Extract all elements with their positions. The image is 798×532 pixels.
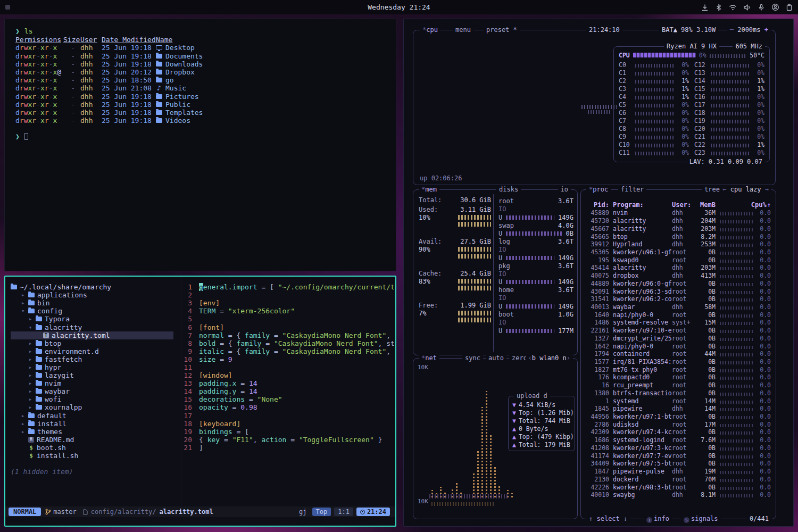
disks-title[interactable]: disks <box>496 186 521 194</box>
mic-icon[interactable] <box>758 4 765 11</box>
editor-line[interactable]: 1general.import = [ "~/.config/omarchy/c… <box>182 283 395 291</box>
process-row[interactable]: 40010swaybgdhh8.1M0.0 <box>586 491 771 499</box>
process-row[interactable]: 1642napi/phy0-0root0B0.0 <box>586 342 771 350</box>
mem-box-title[interactable]: *mem <box>419 186 439 194</box>
process-row[interactable]: 45305kworker/u96:1-gfroot0B0.0 <box>586 248 771 256</box>
process-row[interactable]: 45414alacrittydhh203M0.0 <box>586 264 771 272</box>
process-row[interactable]: 1577irq/81-PIXA3854:root0B0.0 <box>586 358 771 366</box>
tree-dir-wofi[interactable]: ▸wofi <box>11 395 181 403</box>
tree-dir-install[interactable]: ▸install <box>11 420 181 428</box>
tree-dir-fastfetch[interactable]: ▸fastfetch <box>11 355 181 363</box>
editor-line[interactable]: 20{ key = "F11", action = "ToggleFullscr… <box>182 436 395 444</box>
process-row[interactable]: 45667alacrittydhh203M0.0 <box>586 225 771 232</box>
editor-line[interactable]: 9italic = { family = "CaskaydiaMono Nerd… <box>182 347 395 355</box>
editor-line[interactable]: 5 <box>182 315 395 323</box>
process-row[interactable]: 2786udisksdroot17M0.0 <box>586 420 771 428</box>
volume-icon[interactable] <box>743 4 751 11</box>
tree-dir-btop[interactable]: ▸btop <box>11 339 181 347</box>
process-row[interactable]: 31541kworker/u96:2-coroot0B0.0 <box>586 295 771 303</box>
user-icon[interactable] <box>771 3 779 11</box>
process-row[interactable]: 45730alacrittydhh204M0.0 <box>586 217 771 225</box>
editor-line[interactable]: 21] <box>182 444 395 452</box>
process-row[interactable]: 42226kworker/u98:3-btroot0B0.0 <box>586 483 771 491</box>
process-row[interactable]: 1845pipewiredhh14M0.0 <box>586 405 771 413</box>
process-row[interactable]: 41208kworker/u97:3-kcroot0B0.0 <box>586 444 771 452</box>
editor-line[interactable]: 12[window] <box>182 371 395 379</box>
process-row[interactable]: 40075dropboxdhh413M0.0 <box>586 272 771 280</box>
tree-dir-applications[interactable]: ▸applications <box>11 291 181 299</box>
editor-line[interactable]: 8bold = { family = "CaskaydiaMono Nerd F… <box>182 339 395 347</box>
editor-line[interactable]: 16opacity = 0.98 <box>182 403 395 411</box>
tree-dir-default[interactable]: ▸default <box>11 412 181 420</box>
process-table-header[interactable]: Pid:Program:User:MemBCpu%↑ <box>586 201 771 209</box>
editor-line[interactable]: 18[keyboard] <box>182 420 395 428</box>
editor-line[interactable]: 3[env] <box>182 299 395 307</box>
process-row[interactable]: 16rcu_preemptroot0B0.0 <box>586 381 771 389</box>
process-row[interactable]: 1640napi/phy0-0root0B0.0 <box>586 311 771 319</box>
process-row[interactable]: 34409kworker/u97:5-btroot0B0.0 <box>586 460 771 468</box>
io-toggle[interactable]: io <box>558 186 571 194</box>
net-sync-toggle[interactable]: sync <box>462 354 483 362</box>
process-row[interactable]: 45665btopdhh8.2M0.0 <box>586 232 771 240</box>
tree-root[interactable]: ~/.local/share/omarchy <box>11 283 181 291</box>
tree-dir-xournalpp[interactable]: ▸xournalpp <box>11 403 181 411</box>
git-branch[interactable]: master <box>45 508 76 516</box>
sort-selector[interactable]: ← cpu lazy → <box>720 186 771 194</box>
tree-dir-Typora[interactable]: ▸Typora <box>11 315 181 323</box>
preset-button[interactable]: preset * <box>484 26 520 34</box>
editor-line[interactable]: 17 <box>182 412 395 420</box>
process-row[interactable]: 1847pipewire-pulsedhh19M0.0 <box>586 468 771 476</box>
process-row[interactable]: 176kcompactd0root0B0.0 <box>586 373 771 381</box>
tree-dir-nvim[interactable]: ▸nvim <box>11 379 181 387</box>
process-row[interactable]: 44956kworker/u97:1-btroot0B0.0 <box>586 413 771 421</box>
refresh-rate[interactable]: ─ 2000ms + <box>727 26 771 34</box>
tree-file-alacritty.toml[interactable]: Talacritty.toml <box>11 331 173 339</box>
process-row[interactable]: 22161kworker/u97:10-eroot0B0.0 <box>586 327 771 335</box>
editor-line[interactable]: 4TERM = "xterm-256color" <box>182 307 395 315</box>
process-row[interactable]: 41174kworker/u97:7-evroot0B0.0 <box>586 452 771 460</box>
editor-line[interactable]: 7normal = { family = "CaskaydiaMono Nerd… <box>182 331 395 339</box>
bluetooth-icon[interactable] <box>715 4 722 11</box>
cpu-box-title[interactable]: *cpu <box>420 26 440 34</box>
updates-icon[interactable] <box>701 4 709 11</box>
tree-dir-bin[interactable]: ▸bin <box>11 299 181 307</box>
menu-button[interactable]: menu <box>453 26 473 34</box>
tree-dir-alacritty[interactable]: ▾alacritty <box>11 323 181 331</box>
process-row[interactable]: 40013waybardhh58M0.0 <box>586 303 771 311</box>
editor-line[interactable]: 15decorations = "None" <box>182 395 395 403</box>
process-row[interactable]: 1827mt76-tx phy0root0B0.0 <box>586 365 771 373</box>
workspace-indicator[interactable] <box>5 5 10 10</box>
process-row[interactable]: 195kswapd0root0B0.0 <box>586 256 771 264</box>
net-box-title[interactable]: *net <box>419 354 439 362</box>
editor-line[interactable]: 6[font] <box>182 323 395 331</box>
process-row[interactable]: 39912Hyprlanddhh253M0.0 <box>586 240 771 248</box>
editor-line[interactable]: 11 <box>182 363 395 371</box>
editor-line[interactable]: 2 <box>182 291 395 299</box>
tree-file-boot.sh[interactable]: $boot.sh <box>11 444 181 452</box>
tree-file-README.md[interactable]: MREADME.md <box>11 436 181 444</box>
tree-file-install.sh[interactable]: $install.sh <box>11 452 181 460</box>
process-row[interactable]: 2130dockerdroot70M0.0 <box>586 475 771 483</box>
net-interface[interactable]: ‹b wlan0 n› <box>526 354 573 362</box>
process-row[interactable]: 44889kworker/u96:0-gfroot0B0.0 <box>586 279 771 287</box>
tree-dir-lazygit[interactable]: ▸lazygit <box>11 371 181 379</box>
file-tree[interactable]: ~/.local/share/omarchy▸applications▸bin▾… <box>5 277 182 506</box>
clipboard-icon[interactable] <box>786 4 793 11</box>
select-hint[interactable]: ↑ select ↓ <box>586 515 630 523</box>
tree-dir-themes[interactable]: ▸themes <box>11 428 181 436</box>
signals-hint[interactable]: ssignals <box>681 515 721 523</box>
process-row[interactable]: 1686systemd-logindroot7.6M0.0 <box>586 436 771 444</box>
editor-window[interactable]: ~/.local/share/omarchy▸applications▸bin▾… <box>4 276 396 527</box>
tree-dir-environment.d[interactable]: ▸environment.d <box>11 347 181 355</box>
process-row[interactable]: 43091kworker/u96:3-sdroot0B0.0 <box>586 287 771 295</box>
tree-toggle[interactable]: tree <box>702 186 722 194</box>
process-row[interactable]: 1380btrfs-transactioroot0B0.0 <box>586 389 771 397</box>
process-row[interactable]: 1794containerdroot44M0.0 <box>586 350 771 358</box>
net-auto-toggle[interactable]: auto <box>486 354 506 362</box>
editor-line[interactable]: 13padding.x = 14 <box>182 379 395 387</box>
editor-line[interactable]: 14padding.y = 14 <box>182 387 395 395</box>
process-row[interactable]: 1327dmcrypt_write/25root0B0.0 <box>586 335 771 343</box>
tree-dir-waybar[interactable]: ▸waybar <box>11 387 181 395</box>
tree-dir-config[interactable]: ▾config <box>11 307 181 315</box>
filter-button[interactable]: filter <box>618 186 646 194</box>
